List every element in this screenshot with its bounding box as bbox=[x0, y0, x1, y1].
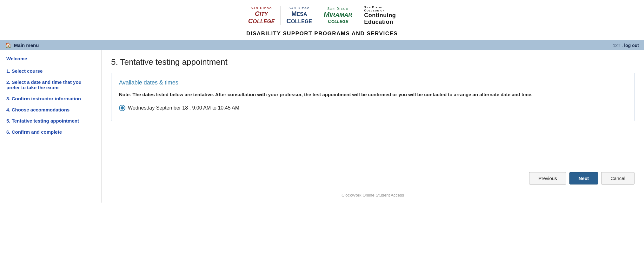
next-button[interactable]: Next bbox=[569, 172, 598, 184]
radio-inner bbox=[121, 106, 124, 110]
section-heading: Available dates & times bbox=[119, 79, 627, 86]
logo-continuing-education: SAN DIEGO COLLEGE OF Continuing Educatio… bbox=[358, 6, 402, 25]
sidebar-item-welcome[interactable]: Welcome bbox=[6, 56, 95, 61]
sidebar-item-select-course[interactable]: 1. Select course bbox=[6, 68, 95, 74]
footer-buttons: Previous Next Cancel bbox=[102, 169, 644, 190]
sidebar-item-confirm-complete[interactable]: 6. Confirm and complete bbox=[6, 129, 95, 135]
section-box: Available dates & times Note: The dates … bbox=[111, 73, 634, 121]
appointment-label: Wednesday September 18 . 9:00 AM to 10:4… bbox=[128, 105, 239, 111]
page-title: 5. Tentative testing appointment bbox=[111, 57, 634, 67]
sidebar-item-choose-accommodations[interactable]: 4. Choose accommodations bbox=[6, 107, 95, 112]
site-title: DISABILITY SUPPORT PROGRAMS AND SERVICES bbox=[0, 29, 644, 37]
home-icon: 🏠 bbox=[5, 42, 11, 48]
main-menu-label[interactable]: Main menu bbox=[14, 43, 39, 48]
note-text: Note: The dates listed below are tentati… bbox=[119, 91, 627, 98]
user-label: 12T . bbox=[613, 43, 623, 48]
header: SAN DIEGO CITY COLLEGE SAN DIEGO MESA CO… bbox=[0, 0, 644, 40]
appointment-radio[interactable] bbox=[119, 105, 125, 111]
main-content: 5. Tentative testing appointment Availab… bbox=[102, 50, 644, 169]
nav-left[interactable]: 🏠 Main menu bbox=[5, 42, 39, 48]
sidebar-item-tentative-appointment[interactable]: 5. Tentative testing appointment bbox=[6, 118, 95, 124]
logo-row: SAN DIEGO CITY COLLEGE SAN DIEGO MESA CO… bbox=[0, 6, 644, 25]
sidebar: Welcome 1. Select course 2. Select a dat… bbox=[0, 50, 102, 203]
logo-miramar-college: SAN DIEGO MIRAMAR COLLEGE bbox=[318, 7, 358, 24]
page-footer: ClockWork Online Student Access bbox=[102, 190, 644, 203]
main-layout: Welcome 1. Select course 2. Select a dat… bbox=[0, 50, 644, 203]
sidebar-item-select-date[interactable]: 2. Select a date and time that you prefe… bbox=[6, 79, 95, 90]
nav-bar: 🏠 Main menu 12T . log out bbox=[0, 40, 644, 50]
cancel-button[interactable]: Cancel bbox=[601, 172, 634, 184]
sidebar-item-confirm-instructor[interactable]: 3. Confirm instructor information bbox=[6, 96, 95, 101]
logout-button[interactable]: log out bbox=[624, 43, 639, 48]
logo-mesa-college: SAN DIEGO MESA COLLEGE bbox=[281, 6, 318, 25]
logo-city-college: SAN DIEGO CITY COLLEGE bbox=[242, 6, 281, 25]
appointment-row: Wednesday September 18 . 9:00 AM to 10:4… bbox=[119, 105, 627, 111]
previous-button[interactable]: Previous bbox=[529, 172, 566, 184]
nav-right: 12T . log out bbox=[613, 43, 639, 48]
